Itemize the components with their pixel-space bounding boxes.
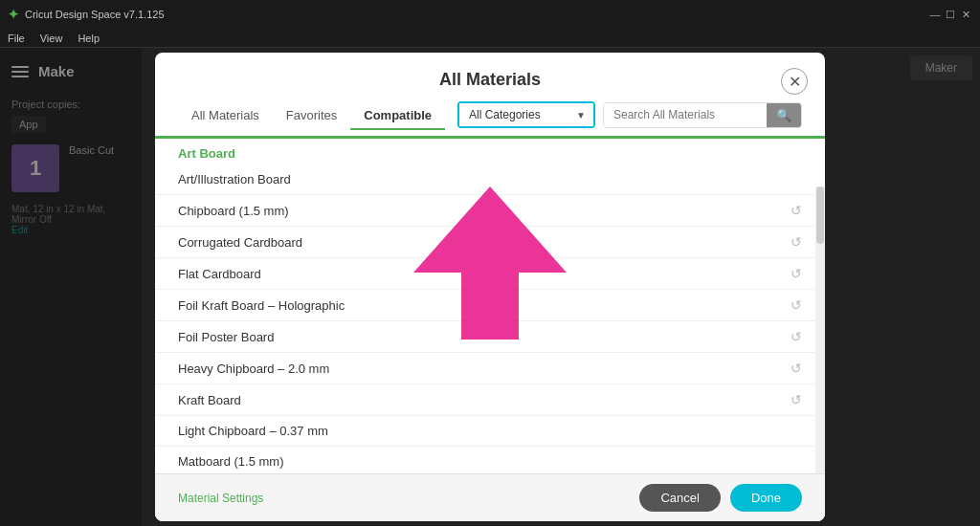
material-row[interactable]: Heavy Chipboard – 2.0 mm ↺ — [155, 353, 825, 384]
material-name: Kraft Board — [178, 393, 241, 407]
modal-title: All Materials — [178, 70, 802, 90]
modal-close-button[interactable]: ✕ — [781, 68, 808, 95]
category-select-wrapper[interactable]: All Categories Art Board Paper Vinyl Fab… — [457, 101, 595, 128]
material-name: Heavy Chipboard – 2.0 mm — [178, 362, 329, 376]
material-row[interactable]: Corrugated Cardboard ↺ — [155, 227, 825, 258]
material-settings-link[interactable]: Material Settings — [178, 492, 263, 505]
material-name: Flat Cardboard — [178, 267, 261, 281]
cancel-button[interactable]: Cancel — [639, 484, 720, 512]
material-name: Matboard (1.5 mm) — [178, 454, 284, 469]
category-select[interactable]: All Categories Art Board Paper Vinyl Fab… — [459, 103, 593, 126]
footer-buttons: Cancel Done — [639, 484, 802, 512]
material-settings-icon: ↺ — [791, 297, 802, 313]
menu-bar: File View Help — [0, 29, 980, 48]
material-settings-icon: ↺ — [791, 392, 802, 407]
app-title: Cricut Design Space v7.1.125 — [25, 9, 165, 20]
app-logo-icon: ✦ — [8, 7, 19, 22]
modal-tabs-row: All Materials Favorites Compatible All C… — [155, 90, 825, 128]
category-art-board-header: Art Board — [155, 139, 825, 164]
window-controls[interactable]: — ☐ ✕ — [928, 8, 972, 21]
material-settings-icon: ↺ — [791, 203, 802, 218]
search-input[interactable] — [604, 103, 767, 127]
material-row[interactable]: Foil Kraft Board – Holographic ↺ — [155, 290, 825, 321]
app-body: Make Project copies: App 1 Basic Cut Mat… — [0, 48, 980, 526]
menu-file[interactable]: File — [8, 33, 25, 44]
material-name: Light Chipboard – 0.37 mm — [178, 424, 328, 438]
material-row[interactable]: Chipboard (1.5 mm) ↺ — [155, 195, 825, 227]
search-wrapper: 🔍 — [603, 102, 802, 128]
all-materials-modal: All Materials ✕ All Materials Favorites … — [155, 53, 825, 521]
materials-list[interactable]: Art Board Art/Illustration Board Chipboa… — [155, 139, 825, 473]
maximize-button[interactable]: ☐ — [944, 8, 957, 21]
menu-view[interactable]: View — [40, 33, 63, 44]
done-button[interactable]: Done — [730, 484, 802, 512]
menu-help[interactable]: Help — [78, 33, 100, 44]
material-row[interactable]: Art/Illustration Board — [155, 164, 825, 195]
modal-footer: Material Settings Cancel Done — [155, 473, 825, 521]
material-row[interactable]: Foil Poster Board ↺ — [155, 321, 825, 353]
material-name: Foil Kraft Board – Holographic — [178, 298, 345, 313]
material-settings-icon: ↺ — [791, 234, 802, 250]
material-settings-icon: ↺ — [791, 266, 802, 281]
tab-controls: All Categories Art Board Paper Vinyl Fab… — [457, 101, 802, 128]
close-button[interactable]: ✕ — [959, 8, 972, 21]
tab-favorites[interactable]: Favorites — [273, 102, 350, 128]
tab-compatible[interactable]: Compatible — [350, 102, 445, 128]
material-row[interactable]: Light Chipboard – 0.37 mm — [155, 416, 825, 447]
material-settings-icon: ↺ — [791, 361, 802, 376]
tab-all-materials[interactable]: All Materials — [178, 102, 273, 128]
material-name: Art/Illustration Board — [178, 172, 291, 186]
material-settings-icon: ↺ — [791, 329, 802, 344]
material-row[interactable]: Flat Cardboard ↺ — [155, 258, 825, 290]
material-row[interactable]: Matboard (1.5 mm) — [155, 447, 825, 473]
material-name: Foil Poster Board — [178, 330, 274, 344]
search-button[interactable]: 🔍 — [767, 103, 801, 127]
material-name: Chipboard (1.5 mm) — [178, 204, 289, 218]
minimize-button[interactable]: — — [928, 8, 942, 21]
material-row[interactable]: Kraft Board ↺ — [155, 384, 825, 416]
title-bar: ✦ Cricut Design Space v7.1.125 — ☐ ✕ — [0, 0, 980, 29]
modal-header: All Materials ✕ — [155, 53, 825, 90]
modal-overlay: All Materials ✕ All Materials Favorites … — [0, 48, 980, 526]
material-name: Corrugated Cardboard — [178, 235, 302, 250]
